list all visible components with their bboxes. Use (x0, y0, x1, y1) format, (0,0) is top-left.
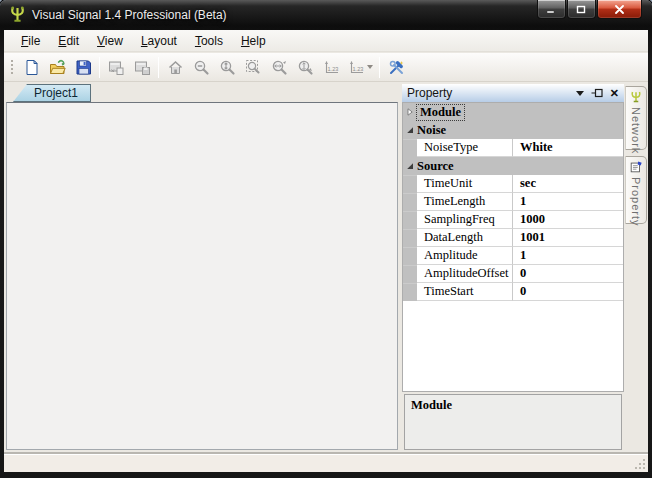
tools-icon (388, 59, 405, 76)
app-logo-icon (8, 5, 27, 24)
property-value[interactable]: sec (513, 175, 623, 193)
zoom-selection-icon (245, 59, 262, 76)
property-value[interactable]: White (513, 139, 623, 157)
open-folder-button[interactable] (44, 55, 70, 79)
property-value[interactable]: 0 (513, 265, 623, 283)
property-name: DataLength (417, 229, 513, 247)
tools-button[interactable] (383, 55, 409, 79)
close-button[interactable] (597, 0, 642, 19)
pin-icon[interactable] (591, 88, 603, 98)
menu-bar: FileEditViewLayoutToolsHelp (4, 30, 648, 52)
dropdown-caret-icon[interactable] (367, 65, 373, 69)
toolbar-grip[interactable] (9, 58, 14, 76)
side-tabstrip: NetworkProperty (625, 84, 648, 450)
menu-view[interactable]: View (88, 31, 132, 51)
property-header-icons: ✕ (576, 88, 624, 98)
side-tab-network[interactable]: Network (625, 86, 647, 150)
side-tab-property[interactable]: Property (625, 156, 647, 224)
client-area: FileEditViewLayoutToolsHelp 1.231.23 Pro… (4, 30, 648, 472)
status-bar (4, 454, 648, 472)
property-value[interactable]: 0 (513, 283, 623, 301)
zoom-out-icon (193, 59, 210, 76)
property-value[interactable]: 1001 (513, 229, 623, 247)
project-canvas[interactable] (6, 102, 398, 450)
maximize-button[interactable] (567, 0, 596, 19)
document-tabstrip: Project1 (6, 84, 398, 102)
zoom-horizontal-icon (271, 59, 288, 76)
zoom-range-button[interactable] (214, 55, 240, 79)
page-save-icon (134, 59, 151, 76)
property-row-datalength[interactable]: DataLength1001 (403, 229, 623, 247)
property-row-amplitude[interactable]: Amplitude1 (403, 247, 623, 265)
property-group-source[interactable]: Source (403, 157, 623, 175)
property-sheet-icon (629, 160, 643, 174)
property-value[interactable]: 1000 (513, 211, 623, 229)
axis-scale-button[interactable]: 1.23 (318, 55, 344, 79)
axis-scale-button[interactable]: 1.23 (344, 55, 376, 79)
zoom-vertical-button[interactable] (292, 55, 318, 79)
row-gutter (403, 283, 417, 301)
collapsed-arrow-icon[interactable] (403, 108, 417, 116)
toolbar: 1.231.23 (4, 53, 648, 82)
property-description: Module (404, 394, 622, 450)
row-gutter (403, 247, 417, 265)
property-row-timelength[interactable]: TimeLength1 (403, 193, 623, 211)
home-button[interactable] (162, 55, 188, 79)
page-export-button[interactable] (103, 55, 129, 79)
home-icon (167, 59, 184, 76)
dropdown-caret-icon[interactable] (576, 91, 584, 96)
zoom-horizontal-button[interactable] (266, 55, 292, 79)
tab-project1[interactable]: Project1 (13, 84, 91, 102)
page-save-button[interactable] (129, 55, 155, 79)
property-name: NoiseType (417, 139, 513, 157)
group-label: Noise (417, 123, 446, 138)
property-panel-header[interactable]: Property ✕ (402, 84, 624, 102)
resize-grip-icon[interactable] (633, 457, 647, 471)
menu-edit[interactable]: Edit (49, 31, 88, 51)
menu-help[interactable]: Help (232, 31, 275, 51)
new-document-button[interactable] (18, 55, 44, 79)
property-value[interactable]: 1 (513, 193, 623, 211)
property-row-noisetype[interactable]: NoiseTypeWhite (403, 139, 623, 157)
property-row-timeunit[interactable]: TimeUnitsec (403, 175, 623, 193)
property-panel-title: Property (407, 86, 452, 100)
property-row-amplitudeoffset[interactable]: AmplitudeOffset0 (403, 265, 623, 283)
property-grid[interactable]: ModuleNoiseNoiseTypeWhiteSourceTimeUnits… (402, 102, 624, 392)
toolbar-separator (158, 57, 159, 78)
property-name: SamplingFreq (417, 211, 513, 229)
axis-scale-icon: 1.23 (348, 59, 365, 76)
side-tab-label: Network (630, 107, 642, 154)
svg-text:1.23: 1.23 (327, 66, 338, 72)
property-name: TimeUnit (417, 175, 513, 193)
menu-file[interactable]: File (12, 31, 49, 51)
zoom-vertical-icon (297, 59, 314, 76)
row-gutter (403, 211, 417, 229)
expanded-arrow-icon[interactable] (403, 126, 417, 134)
row-gutter (403, 265, 417, 283)
svg-text:1.23: 1.23 (352, 66, 363, 72)
save-button[interactable] (70, 55, 96, 79)
group-label: Module (417, 105, 464, 120)
row-gutter (403, 229, 417, 247)
expanded-arrow-icon[interactable] (403, 162, 417, 170)
property-group-module[interactable]: Module (403, 103, 623, 121)
property-name: TimeStart (417, 283, 513, 301)
titlebar[interactable]: Visual Signal 1.4 Professional (Beta) (0, 0, 652, 30)
property-row-samplingfreq[interactable]: SamplingFreq1000 (403, 211, 623, 229)
menu-tools[interactable]: Tools (186, 31, 232, 51)
row-gutter (403, 175, 417, 193)
maximize-icon (576, 0, 587, 18)
zoom-out-button[interactable] (188, 55, 214, 79)
zoom-selection-button[interactable] (240, 55, 266, 79)
menu-layout[interactable]: Layout (132, 31, 186, 51)
close-icon (614, 0, 625, 18)
property-name: AmplitudeOffset (417, 265, 513, 283)
property-group-noise[interactable]: Noise (403, 121, 623, 139)
property-value[interactable]: 1 (513, 247, 623, 265)
property-name: TimeLength (417, 193, 513, 211)
caption-buttons (536, 0, 642, 19)
axis-scale-icon: 1.23 (323, 59, 340, 76)
minimize-button[interactable] (537, 0, 566, 19)
close-icon[interactable]: ✕ (610, 88, 619, 98)
property-row-timestart[interactable]: TimeStart0 (403, 283, 623, 301)
